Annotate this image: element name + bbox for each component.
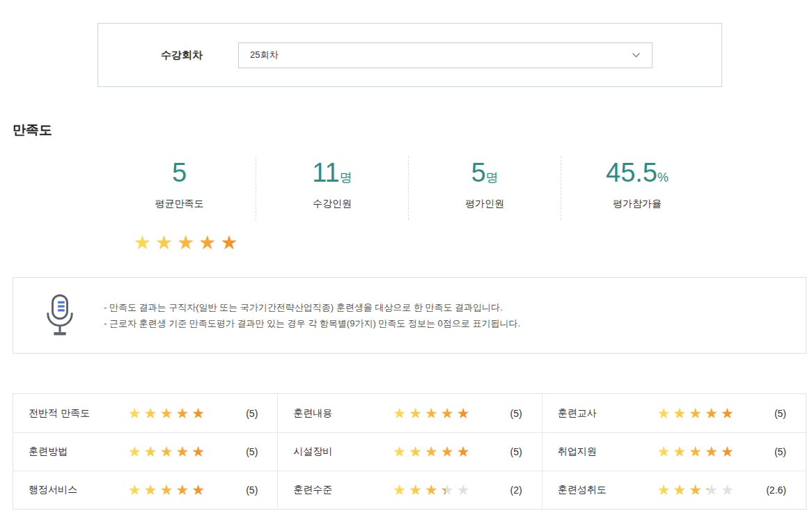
table-row: 훈련성취도 ★★★★★★ (2.6) (542, 471, 806, 509)
rating-label: 훈련성취도 (542, 484, 657, 496)
average-star-rating: ★★★★★ (134, 232, 242, 254)
rating-value: (5) (510, 408, 542, 419)
rating-label: 훈련방법 (13, 446, 128, 458)
star-icon: ★ (144, 444, 157, 459)
stat-evaluated-count: 5명 평가인원 (408, 156, 561, 220)
star-icon: ★ (673, 444, 686, 459)
star-icon: ★ (393, 406, 406, 420)
star-icon: ★ (175, 482, 189, 497)
star-icon: ★ (175, 406, 189, 420)
star-icon: ★ (409, 482, 422, 497)
rating-label: 취업지원 (542, 446, 657, 458)
star-rating: ★★★★★ (128, 443, 231, 460)
stat-label: 평가참가율 (561, 198, 713, 210)
satisfaction-rating-table: 전반적 만족도 ★★★★★ (5) 훈련내용 ★★★★★ (5) 훈련교사 ★★… (13, 393, 806, 510)
stat-label: 수강인원 (256, 198, 408, 210)
table-row: 시설장비 ★★★★★ (5) (277, 432, 541, 471)
table-row: 훈련수준 ★★★★★★ (2) (277, 471, 541, 509)
star-icon: ★ (425, 444, 438, 459)
notice-text: - 만족도 결과는 구직자(일반 또는 국가기간전략산업직종) 훈련생을 대상으… (104, 299, 520, 331)
table-row: 훈련교사 ★★★★★ (5) (542, 394, 806, 432)
table-row: 취업지원 ★★★★★ (5) (542, 432, 806, 471)
star-icon: ★ (128, 444, 141, 459)
star-icon: ★ (689, 444, 702, 459)
star-icon: ★ (192, 444, 205, 459)
rating-value: (5) (246, 408, 277, 419)
stat-value: 5 (172, 158, 187, 187)
rating-value: (5) (510, 446, 542, 457)
star-icon: ★ (128, 482, 141, 497)
star-rating: ★★★★★ (657, 443, 760, 460)
star-icon: ★ (409, 444, 422, 459)
summary-stats: 5 평균만족도 11명 수강인원 5명 평가인원 45.5% 평가참가율 (103, 156, 713, 220)
star-icon: ★ (457, 444, 470, 459)
star-icon: ★ (177, 233, 194, 253)
session-filter-label: 수강회차 (161, 49, 203, 62)
star-icon: ★ (220, 233, 237, 253)
star-icon: ★ (721, 482, 734, 497)
session-select[interactable]: 25회차 (238, 42, 653, 68)
star-rating: ★★★★★★ (393, 482, 496, 498)
chevron-down-icon (632, 52, 641, 58)
star-icon: ★ (409, 406, 422, 420)
rating-label: 행정서비스 (13, 484, 128, 496)
star-icon: ★ (393, 444, 406, 459)
star-icon: ★ (144, 406, 157, 420)
stat-unit: 명 (340, 171, 352, 184)
star-icon: ★ (175, 444, 189, 459)
star-rating: ★★★★★ (128, 405, 231, 422)
table-row: 행정서비스 ★★★★★ (5) (13, 471, 277, 509)
star-icon: ★ (192, 406, 205, 420)
notice-line: - 근로자 훈련생 기준 만족도평가 결과만 있는 경우 각 항목별(9가지) … (104, 315, 520, 331)
star-icon: ★ (425, 406, 438, 420)
star-icon: ★ (160, 406, 173, 420)
rating-label: 훈련교사 (542, 407, 657, 420)
star-icon: ★ (134, 233, 151, 253)
rating-value: (5) (774, 446, 806, 457)
rating-label: 훈련수준 (278, 484, 393, 496)
stat-label: 평균만족도 (103, 198, 256, 210)
star-rating: ★★★★★ (657, 405, 760, 422)
stat-participation-rate: 45.5% 평가참가율 (561, 156, 713, 220)
star-icon: ★ (144, 482, 157, 497)
notice-box: - 만족도 결과는 구직자(일반 또는 국가기간전략산업직종) 훈련생을 대상으… (13, 277, 806, 354)
table-row: 훈련방법 ★★★★★ (5) (13, 432, 277, 471)
table-row: 전반적 만족도 ★★★★★ (5) (13, 394, 277, 432)
star-icon: ★ (160, 482, 173, 497)
stat-unit: % (657, 171, 669, 184)
star-icon: ★ (657, 406, 671, 420)
star-icon: ★★ (441, 482, 454, 497)
star-rating: ★★★★★ (393, 405, 496, 422)
star-icon: ★ (425, 482, 438, 497)
star-icon: ★ (705, 406, 718, 420)
star-icon: ★ (155, 233, 173, 253)
rating-value: (5) (246, 484, 277, 496)
star-icon: ★ (673, 406, 686, 420)
star-icon: ★ (657, 482, 671, 497)
star-icon: ★ (393, 482, 406, 497)
star-icon: ★ (198, 233, 216, 253)
rating-label: 시설장비 (278, 446, 393, 458)
session-select-value: 25회차 (250, 49, 632, 61)
stat-average-score: 5 평균만족도 (103, 156, 256, 220)
stat-value: 5 (471, 158, 485, 187)
star-icon: ★ (721, 406, 734, 420)
star-icon: ★ (128, 406, 141, 420)
star-icon: ★ (705, 444, 718, 459)
stat-unit: 명 (486, 171, 499, 184)
rating-value: (2) (510, 484, 542, 496)
star-icon: ★ (721, 444, 734, 459)
star-icon: ★★ (705, 482, 718, 497)
stat-label: 평가인원 (409, 198, 561, 210)
star-rating: ★★★★★★ (657, 482, 760, 498)
star-icon: ★ (457, 482, 470, 497)
star-icon: ★ (657, 444, 671, 459)
rating-label: 전반적 만족도 (13, 407, 128, 420)
stat-value: 45.5 (606, 158, 657, 187)
microphone-icon (44, 293, 76, 338)
star-icon: ★ (689, 482, 702, 497)
star-icon: ★ (441, 444, 454, 459)
rating-label: 훈련내용 (278, 407, 393, 420)
rating-value: (5) (246, 446, 277, 457)
stat-value: 11 (312, 158, 339, 187)
